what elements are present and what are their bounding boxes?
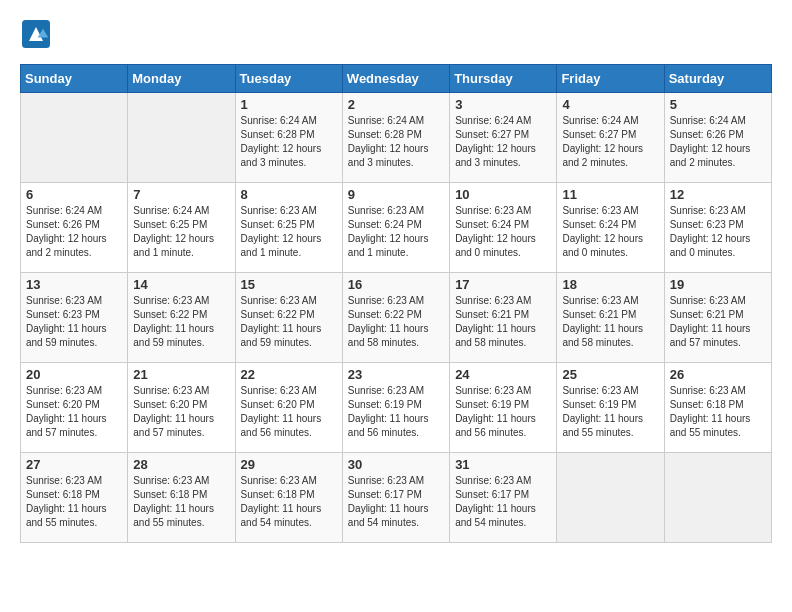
- day-info: Sunrise: 6:24 AM Sunset: 6:27 PM Dayligh…: [562, 114, 658, 170]
- calendar-cell: 30Sunrise: 6:23 AM Sunset: 6:17 PM Dayli…: [342, 453, 449, 543]
- day-number: 18: [562, 277, 658, 292]
- calendar-week-row: 6Sunrise: 6:24 AM Sunset: 6:26 PM Daylig…: [21, 183, 772, 273]
- day-number: 24: [455, 367, 551, 382]
- day-info: Sunrise: 6:24 AM Sunset: 6:28 PM Dayligh…: [241, 114, 337, 170]
- calendar-cell: [21, 93, 128, 183]
- calendar-cell: 19Sunrise: 6:23 AM Sunset: 6:21 PM Dayli…: [664, 273, 771, 363]
- day-number: 6: [26, 187, 122, 202]
- calendar-cell: 21Sunrise: 6:23 AM Sunset: 6:20 PM Dayli…: [128, 363, 235, 453]
- day-info: Sunrise: 6:23 AM Sunset: 6:22 PM Dayligh…: [241, 294, 337, 350]
- day-number: 19: [670, 277, 766, 292]
- day-number: 2: [348, 97, 444, 112]
- calendar-cell: 18Sunrise: 6:23 AM Sunset: 6:21 PM Dayli…: [557, 273, 664, 363]
- day-number: 13: [26, 277, 122, 292]
- day-number: 4: [562, 97, 658, 112]
- weekday-header-tuesday: Tuesday: [235, 65, 342, 93]
- day-number: 3: [455, 97, 551, 112]
- day-info: Sunrise: 6:23 AM Sunset: 6:25 PM Dayligh…: [241, 204, 337, 260]
- day-number: 20: [26, 367, 122, 382]
- day-number: 15: [241, 277, 337, 292]
- weekday-header-friday: Friday: [557, 65, 664, 93]
- weekday-header-thursday: Thursday: [450, 65, 557, 93]
- day-number: 31: [455, 457, 551, 472]
- calendar-week-row: 27Sunrise: 6:23 AM Sunset: 6:18 PM Dayli…: [21, 453, 772, 543]
- day-info: Sunrise: 6:23 AM Sunset: 6:24 PM Dayligh…: [562, 204, 658, 260]
- weekday-header-monday: Monday: [128, 65, 235, 93]
- day-info: Sunrise: 6:23 AM Sunset: 6:21 PM Dayligh…: [562, 294, 658, 350]
- calendar-cell: 15Sunrise: 6:23 AM Sunset: 6:22 PM Dayli…: [235, 273, 342, 363]
- calendar-cell: 28Sunrise: 6:23 AM Sunset: 6:18 PM Dayli…: [128, 453, 235, 543]
- calendar-cell: 12Sunrise: 6:23 AM Sunset: 6:23 PM Dayli…: [664, 183, 771, 273]
- day-number: 26: [670, 367, 766, 382]
- day-number: 22: [241, 367, 337, 382]
- day-info: Sunrise: 6:23 AM Sunset: 6:19 PM Dayligh…: [562, 384, 658, 440]
- day-info: Sunrise: 6:24 AM Sunset: 6:28 PM Dayligh…: [348, 114, 444, 170]
- calendar-cell: 24Sunrise: 6:23 AM Sunset: 6:19 PM Dayli…: [450, 363, 557, 453]
- day-number: 23: [348, 367, 444, 382]
- day-number: 25: [562, 367, 658, 382]
- calendar-week-row: 13Sunrise: 6:23 AM Sunset: 6:23 PM Dayli…: [21, 273, 772, 363]
- day-number: 11: [562, 187, 658, 202]
- logo: [20, 20, 54, 48]
- weekday-header-sunday: Sunday: [21, 65, 128, 93]
- calendar-cell: 10Sunrise: 6:23 AM Sunset: 6:24 PM Dayli…: [450, 183, 557, 273]
- day-info: Sunrise: 6:24 AM Sunset: 6:25 PM Dayligh…: [133, 204, 229, 260]
- day-info: Sunrise: 6:23 AM Sunset: 6:21 PM Dayligh…: [670, 294, 766, 350]
- weekday-header-saturday: Saturday: [664, 65, 771, 93]
- calendar-cell: 13Sunrise: 6:23 AM Sunset: 6:23 PM Dayli…: [21, 273, 128, 363]
- calendar-cell: 27Sunrise: 6:23 AM Sunset: 6:18 PM Dayli…: [21, 453, 128, 543]
- day-info: Sunrise: 6:23 AM Sunset: 6:24 PM Dayligh…: [348, 204, 444, 260]
- calendar-cell: [128, 93, 235, 183]
- day-number: 7: [133, 187, 229, 202]
- day-info: Sunrise: 6:23 AM Sunset: 6:23 PM Dayligh…: [670, 204, 766, 260]
- day-number: 29: [241, 457, 337, 472]
- day-info: Sunrise: 6:23 AM Sunset: 6:23 PM Dayligh…: [26, 294, 122, 350]
- day-info: Sunrise: 6:23 AM Sunset: 6:20 PM Dayligh…: [26, 384, 122, 440]
- day-number: 1: [241, 97, 337, 112]
- day-info: Sunrise: 6:23 AM Sunset: 6:18 PM Dayligh…: [241, 474, 337, 530]
- day-info: Sunrise: 6:23 AM Sunset: 6:18 PM Dayligh…: [133, 474, 229, 530]
- calendar-body: 1Sunrise: 6:24 AM Sunset: 6:28 PM Daylig…: [21, 93, 772, 543]
- calendar-cell: 20Sunrise: 6:23 AM Sunset: 6:20 PM Dayli…: [21, 363, 128, 453]
- calendar-header-row: SundayMondayTuesdayWednesdayThursdayFrid…: [21, 65, 772, 93]
- day-number: 16: [348, 277, 444, 292]
- day-info: Sunrise: 6:23 AM Sunset: 6:24 PM Dayligh…: [455, 204, 551, 260]
- calendar-cell: 8Sunrise: 6:23 AM Sunset: 6:25 PM Daylig…: [235, 183, 342, 273]
- calendar-cell: 29Sunrise: 6:23 AM Sunset: 6:18 PM Dayli…: [235, 453, 342, 543]
- calendar-week-row: 1Sunrise: 6:24 AM Sunset: 6:28 PM Daylig…: [21, 93, 772, 183]
- day-info: Sunrise: 6:23 AM Sunset: 6:18 PM Dayligh…: [670, 384, 766, 440]
- day-number: 14: [133, 277, 229, 292]
- calendar-cell: 23Sunrise: 6:23 AM Sunset: 6:19 PM Dayli…: [342, 363, 449, 453]
- weekday-header-wednesday: Wednesday: [342, 65, 449, 93]
- calendar-cell: 3Sunrise: 6:24 AM Sunset: 6:27 PM Daylig…: [450, 93, 557, 183]
- day-info: Sunrise: 6:23 AM Sunset: 6:20 PM Dayligh…: [133, 384, 229, 440]
- day-number: 21: [133, 367, 229, 382]
- day-number: 8: [241, 187, 337, 202]
- calendar-cell: 22Sunrise: 6:23 AM Sunset: 6:20 PM Dayli…: [235, 363, 342, 453]
- calendar-cell: 6Sunrise: 6:24 AM Sunset: 6:26 PM Daylig…: [21, 183, 128, 273]
- day-info: Sunrise: 6:23 AM Sunset: 6:19 PM Dayligh…: [455, 384, 551, 440]
- calendar-week-row: 20Sunrise: 6:23 AM Sunset: 6:20 PM Dayli…: [21, 363, 772, 453]
- day-info: Sunrise: 6:24 AM Sunset: 6:26 PM Dayligh…: [26, 204, 122, 260]
- calendar-cell: 14Sunrise: 6:23 AM Sunset: 6:22 PM Dayli…: [128, 273, 235, 363]
- day-info: Sunrise: 6:23 AM Sunset: 6:22 PM Dayligh…: [133, 294, 229, 350]
- day-info: Sunrise: 6:23 AM Sunset: 6:21 PM Dayligh…: [455, 294, 551, 350]
- calendar-cell: 16Sunrise: 6:23 AM Sunset: 6:22 PM Dayli…: [342, 273, 449, 363]
- calendar-cell: 17Sunrise: 6:23 AM Sunset: 6:21 PM Dayli…: [450, 273, 557, 363]
- day-number: 9: [348, 187, 444, 202]
- day-number: 10: [455, 187, 551, 202]
- day-number: 5: [670, 97, 766, 112]
- day-info: Sunrise: 6:24 AM Sunset: 6:26 PM Dayligh…: [670, 114, 766, 170]
- calendar-cell: [664, 453, 771, 543]
- calendar-cell: 11Sunrise: 6:23 AM Sunset: 6:24 PM Dayli…: [557, 183, 664, 273]
- day-info: Sunrise: 6:23 AM Sunset: 6:20 PM Dayligh…: [241, 384, 337, 440]
- calendar-table: SundayMondayTuesdayWednesdayThursdayFrid…: [20, 64, 772, 543]
- day-info: Sunrise: 6:24 AM Sunset: 6:27 PM Dayligh…: [455, 114, 551, 170]
- day-number: 12: [670, 187, 766, 202]
- calendar-cell: 9Sunrise: 6:23 AM Sunset: 6:24 PM Daylig…: [342, 183, 449, 273]
- day-info: Sunrise: 6:23 AM Sunset: 6:22 PM Dayligh…: [348, 294, 444, 350]
- calendar-cell: 1Sunrise: 6:24 AM Sunset: 6:28 PM Daylig…: [235, 93, 342, 183]
- day-number: 27: [26, 457, 122, 472]
- calendar-cell: 2Sunrise: 6:24 AM Sunset: 6:28 PM Daylig…: [342, 93, 449, 183]
- day-info: Sunrise: 6:23 AM Sunset: 6:17 PM Dayligh…: [348, 474, 444, 530]
